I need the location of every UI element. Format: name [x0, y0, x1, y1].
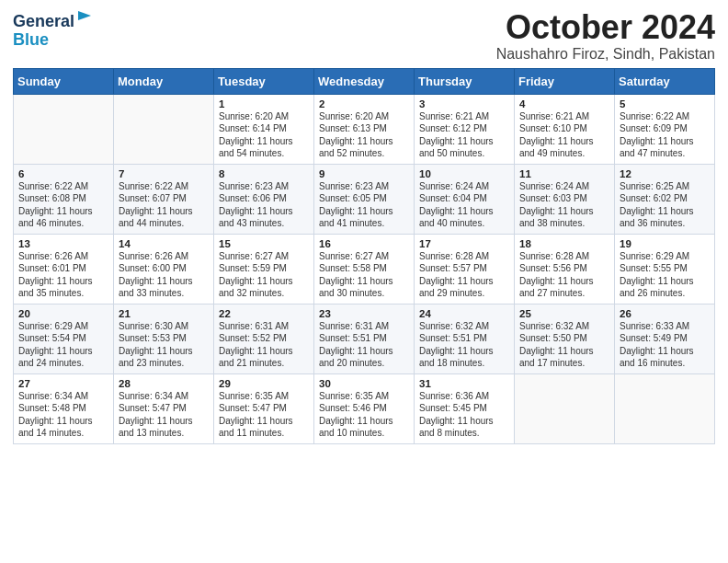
header-friday: Friday — [515, 68, 615, 94]
calendar-cell: 13Sunrise: 6:26 AMSunset: 6:01 PMDayligh… — [14, 234, 114, 304]
day-number: 16 — [319, 238, 410, 249]
day-number: 24 — [419, 308, 510, 319]
calendar-cell — [615, 373, 715, 443]
day-info: Sunrise: 6:29 AMSunset: 5:55 PMDaylight:… — [620, 250, 711, 300]
calendar-cell: 31Sunrise: 6:36 AMSunset: 5:45 PMDayligh… — [415, 373, 515, 443]
day-number: 26 — [620, 308, 711, 319]
day-info: Sunrise: 6:31 AMSunset: 5:51 PMDaylight:… — [319, 320, 410, 370]
day-info: Sunrise: 6:33 AMSunset: 5:49 PMDaylight:… — [620, 320, 711, 370]
calendar-cell — [114, 94, 214, 164]
day-info: Sunrise: 6:27 AMSunset: 5:59 PMDaylight:… — [219, 250, 310, 300]
day-number: 30 — [319, 378, 410, 389]
calendar-cell: 14Sunrise: 6:26 AMSunset: 6:00 PMDayligh… — [114, 234, 214, 304]
logo-flag-icon — [76, 9, 93, 26]
day-number: 20 — [18, 308, 109, 319]
calendar-cell: 6Sunrise: 6:22 AMSunset: 6:08 PMDaylight… — [14, 164, 114, 234]
day-info: Sunrise: 6:22 AMSunset: 6:08 PMDaylight:… — [18, 180, 109, 230]
day-info: Sunrise: 6:23 AMSunset: 6:05 PMDaylight:… — [319, 180, 410, 230]
header-saturday: Saturday — [615, 68, 715, 94]
day-number: 21 — [119, 308, 210, 319]
day-number: 12 — [620, 168, 711, 179]
calendar-cell: 19Sunrise: 6:29 AMSunset: 5:55 PMDayligh… — [615, 234, 715, 304]
day-number: 13 — [18, 238, 109, 249]
calendar-cell: 2Sunrise: 6:20 AMSunset: 6:13 PMDaylight… — [314, 94, 415, 164]
header-thursday: Thursday — [415, 68, 515, 94]
header-tuesday: Tuesday — [214, 68, 314, 94]
calendar-cell: 16Sunrise: 6:27 AMSunset: 5:58 PMDayligh… — [314, 234, 415, 304]
day-info: Sunrise: 6:34 AMSunset: 5:48 PMDaylight:… — [18, 390, 109, 440]
day-info: Sunrise: 6:30 AMSunset: 5:53 PMDaylight:… — [119, 320, 210, 370]
calendar-week-0: 1Sunrise: 6:20 AMSunset: 6:14 PMDaylight… — [14, 94, 715, 164]
calendar-cell: 7Sunrise: 6:22 AMSunset: 6:07 PMDaylight… — [114, 164, 214, 234]
calendar-cell: 15Sunrise: 6:27 AMSunset: 5:59 PMDayligh… — [214, 234, 314, 304]
logo-text-blue: Blue — [13, 30, 49, 49]
calendar-week-3: 20Sunrise: 6:29 AMSunset: 5:54 PMDayligh… — [14, 304, 715, 373]
svg-marker-0 — [78, 11, 91, 20]
day-number: 10 — [419, 168, 510, 179]
calendar-cell: 11Sunrise: 6:24 AMSunset: 6:03 PMDayligh… — [515, 164, 615, 234]
day-number: 3 — [419, 98, 510, 109]
calendar-cell: 4Sunrise: 6:21 AMSunset: 6:10 PMDaylight… — [515, 94, 615, 164]
calendar-header: Sunday Monday Tuesday Wednesday Thursday… — [14, 68, 715, 94]
calendar-cell: 10Sunrise: 6:24 AMSunset: 6:04 PMDayligh… — [415, 164, 515, 234]
day-info: Sunrise: 6:32 AMSunset: 5:50 PMDaylight:… — [519, 320, 610, 370]
day-number: 15 — [219, 238, 310, 249]
day-number: 23 — [319, 308, 410, 319]
day-number: 25 — [519, 308, 610, 319]
day-number: 22 — [219, 308, 310, 319]
day-number: 17 — [419, 238, 510, 249]
day-info: Sunrise: 6:29 AMSunset: 5:54 PMDaylight:… — [18, 320, 109, 370]
calendar-cell: 9Sunrise: 6:23 AMSunset: 6:05 PMDaylight… — [314, 164, 415, 234]
header-monday: Monday — [114, 68, 214, 94]
day-number: 8 — [219, 168, 310, 179]
header-row: Sunday Monday Tuesday Wednesday Thursday… — [14, 68, 715, 94]
calendar-week-1: 6Sunrise: 6:22 AMSunset: 6:08 PMDaylight… — [14, 164, 715, 234]
calendar-cell: 5Sunrise: 6:22 AMSunset: 6:09 PMDaylight… — [615, 94, 715, 164]
header-sunday: Sunday — [14, 68, 114, 94]
day-number: 9 — [319, 168, 410, 179]
page: General Blue October 2024 Naushahro Firo… — [0, 0, 728, 563]
day-info: Sunrise: 6:20 AMSunset: 6:14 PMDaylight:… — [219, 110, 310, 160]
day-info: Sunrise: 6:27 AMSunset: 5:58 PMDaylight:… — [319, 250, 410, 300]
day-number: 28 — [119, 378, 210, 389]
calendar-title: October 2024 — [496, 9, 715, 46]
day-number: 4 — [519, 98, 610, 109]
day-info: Sunrise: 6:34 AMSunset: 5:47 PMDaylight:… — [119, 390, 210, 440]
day-info: Sunrise: 6:25 AMSunset: 6:02 PMDaylight:… — [620, 180, 711, 230]
calendar-week-2: 13Sunrise: 6:26 AMSunset: 6:01 PMDayligh… — [14, 234, 715, 304]
day-number: 1 — [219, 98, 310, 109]
day-info: Sunrise: 6:21 AMSunset: 6:10 PMDaylight:… — [519, 110, 610, 160]
title-block: October 2024 Naushahro Firoz, Sindh, Pak… — [496, 9, 715, 63]
day-info: Sunrise: 6:35 AMSunset: 5:47 PMDaylight:… — [219, 390, 310, 440]
calendar-week-4: 27Sunrise: 6:34 AMSunset: 5:48 PMDayligh… — [14, 373, 715, 443]
day-number: 2 — [319, 98, 410, 109]
calendar-cell — [515, 373, 615, 443]
calendar-cell: 22Sunrise: 6:31 AMSunset: 5:52 PMDayligh… — [214, 304, 314, 373]
calendar-cell: 23Sunrise: 6:31 AMSunset: 5:51 PMDayligh… — [314, 304, 415, 373]
day-info: Sunrise: 6:36 AMSunset: 5:45 PMDaylight:… — [419, 390, 510, 440]
day-info: Sunrise: 6:21 AMSunset: 6:12 PMDaylight:… — [419, 110, 510, 160]
calendar-body: 1Sunrise: 6:20 AMSunset: 6:14 PMDaylight… — [14, 94, 715, 443]
calendar-subtitle: Naushahro Firoz, Sindh, Pakistan — [496, 46, 715, 63]
day-number: 18 — [519, 238, 610, 249]
day-number: 14 — [119, 238, 210, 249]
calendar-cell: 25Sunrise: 6:32 AMSunset: 5:50 PMDayligh… — [515, 304, 615, 373]
calendar-table: Sunday Monday Tuesday Wednesday Thursday… — [13, 68, 715, 444]
calendar-cell: 28Sunrise: 6:34 AMSunset: 5:47 PMDayligh… — [114, 373, 214, 443]
day-info: Sunrise: 6:26 AMSunset: 6:00 PMDaylight:… — [119, 250, 210, 300]
calendar-cell: 27Sunrise: 6:34 AMSunset: 5:48 PMDayligh… — [14, 373, 114, 443]
day-info: Sunrise: 6:35 AMSunset: 5:46 PMDaylight:… — [319, 390, 410, 440]
day-info: Sunrise: 6:20 AMSunset: 6:13 PMDaylight:… — [319, 110, 410, 160]
calendar-cell: 21Sunrise: 6:30 AMSunset: 5:53 PMDayligh… — [114, 304, 214, 373]
day-info: Sunrise: 6:24 AMSunset: 6:04 PMDaylight:… — [419, 180, 510, 230]
calendar-cell: 30Sunrise: 6:35 AMSunset: 5:46 PMDayligh… — [314, 373, 415, 443]
logo: General Blue — [13, 13, 93, 50]
day-number: 6 — [18, 168, 109, 179]
calendar-cell: 20Sunrise: 6:29 AMSunset: 5:54 PMDayligh… — [14, 304, 114, 373]
day-number: 29 — [219, 378, 310, 389]
day-number: 27 — [18, 378, 109, 389]
logo-text-general: General — [13, 13, 74, 31]
day-info: Sunrise: 6:26 AMSunset: 6:01 PMDaylight:… — [18, 250, 109, 300]
calendar-cell: 18Sunrise: 6:28 AMSunset: 5:56 PMDayligh… — [515, 234, 615, 304]
calendar-cell — [14, 94, 114, 164]
